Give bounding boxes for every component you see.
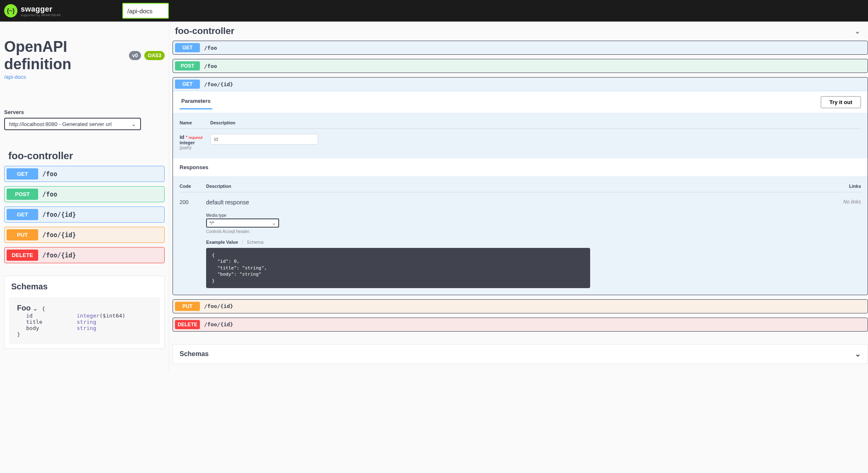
op-path: /foo/{id} bbox=[204, 81, 233, 87]
op-header[interactable]: DELETE/foo/{id} bbox=[173, 318, 868, 331]
chevron-down-icon: ⌄ bbox=[855, 349, 861, 359]
schema-property: idinteger($int64) bbox=[17, 313, 152, 319]
schema-property: bodystring bbox=[17, 325, 152, 331]
op-block-put: PUT/foo/{id} bbox=[173, 299, 868, 313]
resp-header-desc: Description bbox=[206, 184, 836, 189]
method-tag: GET bbox=[7, 168, 38, 179]
controller-title-left[interactable]: foo-controller bbox=[8, 150, 165, 162]
op-block-put[interactable]: PUT/foo/{id} bbox=[4, 227, 165, 243]
op-path: /foo bbox=[42, 170, 57, 178]
left-pane: OpenAPI definition v0 OAS3 /api-docs Ser… bbox=[0, 22, 169, 372]
op-block-post: POST/foo bbox=[173, 59, 868, 73]
schema-property: titlestring bbox=[17, 319, 152, 325]
tab-parameters[interactable]: Parameters bbox=[180, 95, 212, 109]
chevron-down-icon: ⌄ bbox=[33, 306, 37, 312]
logo[interactable]: {~} swagger supported by SMARTBEAR bbox=[4, 4, 61, 17]
responses-title: Responses bbox=[173, 158, 868, 176]
schemas-header-left[interactable]: Schemas bbox=[5, 276, 164, 297]
op-path: /foo/{id} bbox=[204, 321, 233, 327]
method-tag: GET bbox=[7, 209, 38, 220]
op-block-delete[interactable]: DELETE/foo/{id} bbox=[4, 247, 165, 263]
param-meta: id * requiredinteger(path) bbox=[180, 134, 210, 150]
op-path: /foo/{id} bbox=[42, 231, 76, 239]
op-header[interactable]: POST/foo bbox=[173, 59, 868, 73]
op-path: /foo/{id} bbox=[42, 211, 76, 218]
controller-title-right: foo-controller bbox=[175, 26, 234, 36]
op-path: /foo bbox=[204, 63, 217, 69]
right-pane: foo-controller ⌄ GET/fooPOST/fooGET/foo/… bbox=[169, 22, 868, 372]
resp-no-links: No links bbox=[836, 199, 861, 288]
api-title-row: OpenAPI definition v0 OAS3 bbox=[4, 38, 165, 73]
op-header[interactable]: GET/foo bbox=[173, 41, 868, 54]
op-block-post[interactable]: POST/foo bbox=[4, 186, 165, 202]
param-header-name: Name bbox=[180, 120, 210, 125]
resp-code: 200 bbox=[180, 199, 206, 288]
tab-schema[interactable]: Schema bbox=[242, 240, 263, 245]
op-block-get[interactable]: GET/foo/{id} bbox=[4, 206, 165, 223]
try-it-out-button[interactable]: Try it out bbox=[821, 96, 861, 108]
resp-description: default response bbox=[206, 199, 836, 206]
version-badge: v0 bbox=[129, 51, 141, 60]
op-block-get: GET/foo bbox=[173, 41, 868, 55]
param-input-id[interactable] bbox=[210, 134, 318, 145]
topbar: {~} swagger supported by SMARTBEAR bbox=[0, 0, 868, 22]
op-path: /foo bbox=[204, 45, 217, 51]
schema-name[interactable]: Foo⌄ bbox=[17, 304, 42, 312]
server-selected-value: http://localhost:8080 - Generated server… bbox=[9, 121, 112, 127]
brand-text: swagger bbox=[21, 5, 61, 14]
chevron-down-icon: ⌄ bbox=[854, 27, 861, 36]
method-tag: POST bbox=[175, 61, 200, 70]
method-tag: DELETE bbox=[175, 320, 200, 329]
method-tag: GET bbox=[175, 80, 200, 89]
op-block-get: GET/foo/{id}ParametersTry it outNameDesc… bbox=[173, 77, 868, 295]
tab-example-value[interactable]: Example Value bbox=[206, 240, 238, 245]
op-expanded-body: ParametersTry it outNameDescriptionid * … bbox=[173, 91, 868, 295]
example-code-block[interactable]: { "id": 0, "title": "string", "body": "s… bbox=[206, 248, 590, 288]
schemas-title-right: Schemas bbox=[180, 350, 209, 358]
method-tag: POST bbox=[7, 189, 38, 200]
op-path: /foo/{id} bbox=[42, 252, 76, 259]
method-tag: GET bbox=[175, 43, 200, 52]
method-tag: DELETE bbox=[7, 250, 38, 261]
resp-header-links: Links bbox=[836, 184, 861, 189]
op-path: /foo bbox=[42, 191, 57, 198]
op-block-delete: DELETE/foo/{id} bbox=[173, 318, 868, 332]
accept-note: Controls Accept header. bbox=[206, 229, 836, 234]
chevron-down-icon: ⌄ bbox=[131, 121, 136, 127]
api-title: OpenAPI definition bbox=[4, 38, 126, 73]
op-header[interactable]: PUT/foo/{id} bbox=[173, 300, 868, 313]
brand-subtext: supported by SMARTBEAR bbox=[21, 14, 61, 17]
op-path: /foo/{id} bbox=[204, 303, 233, 309]
oas-badge: OAS3 bbox=[144, 51, 165, 60]
method-tag: PUT bbox=[175, 302, 200, 311]
op-header[interactable]: GET/foo/{id} bbox=[173, 78, 868, 91]
server-select[interactable]: http://localhost:8080 - Generated server… bbox=[4, 118, 141, 130]
schemas-block-right[interactable]: Schemas ⌄ bbox=[173, 344, 868, 364]
swagger-icon: {~} bbox=[4, 4, 17, 17]
chevron-down-icon: ⌄ bbox=[272, 221, 276, 226]
param-header-desc: Description bbox=[210, 120, 236, 125]
resp-header-code: Code bbox=[180, 184, 206, 189]
schema-body: Foo⌄ { idinteger($int64)titlestringbodys… bbox=[9, 297, 160, 344]
api-docs-link[interactable]: /api-docs bbox=[4, 74, 165, 80]
schemas-block-left: Schemas Foo⌄ { idinteger($int64)titlestr… bbox=[4, 276, 165, 349]
api-url-input[interactable] bbox=[122, 3, 169, 19]
media-type-label: Media type bbox=[206, 213, 836, 218]
servers-label: Servers bbox=[4, 109, 165, 115]
media-type-select[interactable]: */*⌄ bbox=[206, 218, 279, 228]
op-block-get[interactable]: GET/foo bbox=[4, 166, 165, 182]
controller-header-right[interactable]: foo-controller ⌄ bbox=[173, 22, 868, 41]
method-tag: PUT bbox=[7, 229, 38, 240]
